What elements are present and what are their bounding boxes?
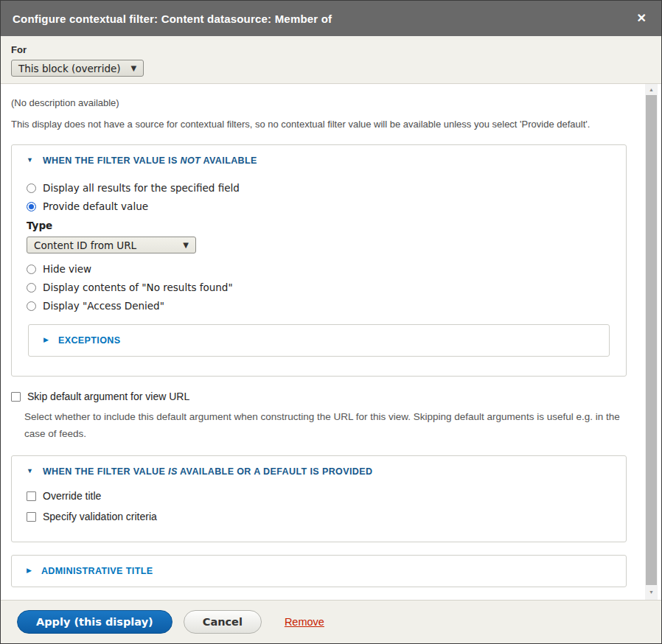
radio-provide-default[interactable]: Provide default value — [27, 200, 611, 212]
legend-exceptions[interactable]: ▶ EXCEPTIONS — [43, 335, 594, 346]
scroll-down-icon[interactable]: ▼ — [645, 587, 658, 598]
collapse-arrow-icon: ▼ — [27, 467, 33, 475]
checkbox-label: Skip default argument for view URL — [27, 391, 189, 402]
radio-label: Display all results for the specified fi… — [43, 182, 240, 194]
apply-button[interactable]: Apply (this display) — [17, 610, 173, 634]
radio-label: Hide view — [43, 263, 91, 275]
radio-label: Provide default value — [43, 200, 148, 212]
for-select[interactable]: This block (override) ▼ — [11, 60, 144, 77]
legend-filter-not-available[interactable]: ▼ WHEN THE FILTER VALUE IS NOT AVAILABLE — [27, 155, 611, 166]
chevron-down-icon: ▼ — [131, 64, 137, 72]
expand-arrow-icon: ▶ — [43, 336, 49, 343]
radio-access-denied[interactable]: Display "Access Denied" — [27, 300, 611, 312]
checkbox-label: Override title — [43, 490, 101, 502]
radio-icon[interactable] — [27, 265, 36, 274]
scrollbar-thumb[interactable] — [646, 95, 657, 585]
fieldset-filter-available: ▼ WHEN THE FILTER VALUE IS AVAILABLE OR … — [11, 455, 627, 542]
vertical-scrollbar[interactable]: ▲ ▼ — [645, 84, 658, 600]
for-label: For — [11, 44, 651, 55]
modal-content: (No description available) This display … — [1, 84, 661, 600]
checkbox-label: Specify validation criteria — [43, 511, 157, 522]
administrative-title-legend-text: ADMINISTRATIVE TITLE — [41, 566, 153, 576]
remove-link[interactable]: Remove — [285, 616, 324, 628]
radio-label: Display "Access Denied" — [43, 300, 164, 312]
fieldset-filter-not-available: ▼ WHEN THE FILTER VALUE IS NOT AVAILABLE… — [11, 144, 627, 377]
radio-display-all-results[interactable]: Display all results for the specified fi… — [27, 182, 611, 194]
legend-text-pre: WHEN THE FILTER VALUE IS — [43, 155, 181, 166]
checkbox-override-title[interactable]: Override title — [27, 490, 611, 502]
radio-icon[interactable] — [27, 283, 36, 293]
cancel-button[interactable]: Cancel — [184, 610, 262, 634]
no-description-text: (No description available) — [11, 96, 627, 111]
type-select-value: Content ID from URL — [34, 239, 136, 251]
type-label: Type — [27, 220, 611, 231]
radio-checked-icon[interactable] — [27, 202, 36, 211]
legend-text-italic: NOT — [181, 155, 201, 166]
modal-footer: Apply (this display) Cancel Remove — [1, 600, 661, 643]
legend-text-italic: IS — [168, 466, 178, 477]
legend-administrative-title[interactable]: ▶ ADMINISTRATIVE TITLE — [27, 566, 611, 576]
checkbox-specify-validation[interactable]: Specify validation criteria — [27, 511, 611, 522]
radio-icon[interactable] — [27, 183, 36, 193]
skip-default-description: Select whether to include this default a… — [24, 409, 627, 443]
radio-no-results[interactable]: Display contents of "No results found" — [27, 281, 611, 293]
modal-title: Configure contextual filter: Content dat… — [13, 13, 634, 25]
close-icon[interactable]: ✕ — [634, 11, 649, 26]
fieldset-exceptions: ▶ EXCEPTIONS — [28, 324, 610, 357]
checkbox-skip-default-argument[interactable]: Skip default argument for view URL — [11, 391, 627, 402]
modal-header: Configure contextual filter: Content dat… — [1, 1, 661, 36]
fieldset-administrative-title: ▶ ADMINISTRATIVE TITLE — [11, 555, 627, 587]
legend-text-pre: WHEN THE FILTER VALUE — [43, 466, 168, 477]
configure-contextual-filter-modal: Configure contextual filter: Content dat… — [0, 0, 662, 644]
checkbox-icon[interactable] — [27, 491, 36, 501]
display-note-text: This display does not have a source for … — [11, 117, 627, 132]
exceptions-legend-text: EXCEPTIONS — [58, 335, 121, 346]
legend-text-post: AVAILABLE — [201, 155, 257, 166]
for-section: For This block (override) ▼ — [1, 36, 661, 84]
checkbox-icon[interactable] — [11, 392, 21, 402]
for-select-value: This block (override) — [18, 63, 121, 74]
chevron-down-icon: ▼ — [183, 241, 189, 249]
radio-icon[interactable] — [27, 301, 36, 311]
expand-arrow-icon: ▶ — [27, 567, 32, 574]
type-select[interactable]: Content ID from URL ▼ — [27, 237, 196, 253]
checkbox-icon[interactable] — [27, 512, 36, 522]
radio-label: Display contents of "No results found" — [43, 281, 233, 293]
legend-text-post: AVAILABLE OR A DEFAULT IS PROVIDED — [178, 466, 373, 477]
legend-filter-available[interactable]: ▼ WHEN THE FILTER VALUE IS AVAILABLE OR … — [27, 466, 611, 477]
scroll-up-icon[interactable]: ▲ — [645, 84, 658, 95]
collapse-arrow-icon: ▼ — [27, 156, 33, 164]
radio-hide-view[interactable]: Hide view — [27, 263, 611, 275]
